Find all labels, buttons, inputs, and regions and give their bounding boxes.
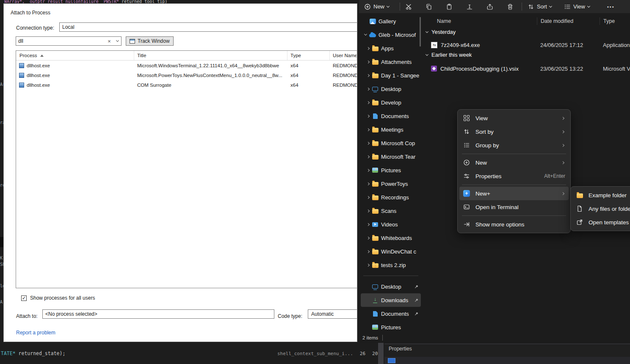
column-header-user-name[interactable]: User Name — [330, 51, 357, 60]
folder-icon — [372, 74, 379, 78]
show-all-users-checkbox[interactable] — [21, 295, 27, 301]
menu-item-properties[interactable]: Properties Alt+Enter — [459, 169, 569, 183]
sort-icon — [463, 128, 470, 135]
group-header-yesterday[interactable]: Yesterday — [426, 29, 456, 35]
submenu-item-open-templates[interactable]: Open templates — [572, 215, 630, 229]
file-row[interactable]: 7z2409-x64.exe 24/06/2025 17:12 Applicat… — [423, 39, 630, 51]
chevron-right-icon[interactable] — [365, 251, 371, 253]
document-icon — [373, 311, 378, 317]
file-row[interactable]: ChildProcessDebugging (1).vsix 23/06/202… — [423, 63, 630, 74]
table-row[interactable]: dllhost.exe Microsoft.WindowsTerminal_1.… — [16, 61, 357, 70]
code-type-combobox[interactable]: Automatic — [308, 309, 357, 319]
video-icon — [372, 222, 378, 227]
sidebar-item-recordings[interactable]: Recordings — [361, 190, 421, 204]
sidebar-item-onedrive[interactable]: Gleb - Microsof — [361, 28, 421, 41]
sidebar-item-develop[interactable]: Develop — [361, 96, 421, 109]
menu-item-group-by[interactable]: Group by — [459, 138, 569, 152]
group-header-earlier-this-week[interactable]: Earlier this week — [426, 52, 472, 58]
chevron-right-icon[interactable] — [365, 156, 371, 158]
sidebar-item-scans[interactable]: Scans — [361, 204, 421, 218]
chevron-right-icon[interactable] — [365, 47, 371, 50]
view-button[interactable]: View — [561, 1, 592, 12]
sort-button[interactable]: Sort — [525, 1, 554, 12]
sidebar-item-microsoft-copilot[interactable]: Microsoft Cop — [361, 136, 421, 150]
process-filter-input[interactable]: dll — [16, 36, 122, 46]
column-header-name[interactable]: Name — [423, 18, 537, 24]
filter-value: dll — [16, 38, 105, 44]
sidebar-item-label: WinDevChat c — [381, 248, 419, 255]
chevron-right-icon[interactable] — [365, 115, 371, 117]
submenu-item-example-folder[interactable]: Example folder — [572, 188, 630, 202]
process-icon — [19, 83, 24, 88]
sidebar-item-tests-zip[interactable]: tests 2.zip — [361, 258, 421, 272]
column-header-type[interactable]: Type — [287, 51, 330, 60]
sidebar-item-gallery[interactable]: Gallery — [361, 14, 421, 28]
chevron-right-icon[interactable] — [365, 61, 371, 63]
sidebar-item-videos[interactable]: Videos — [361, 218, 421, 231]
chevron-down-icon[interactable] — [362, 34, 368, 35]
table-row[interactable]: dllhost.exe COM Surrogate x64 REDMOND — [16, 80, 357, 90]
column-header-date-modified[interactable]: Date modified — [537, 17, 600, 25]
chevron-right-icon[interactable] — [365, 196, 371, 199]
track-window-button[interactable]: Track Window — [126, 36, 174, 46]
column-header-title[interactable]: Title — [134, 51, 287, 60]
column-header-process[interactable]: Process — [16, 51, 134, 60]
sidebar-item-pinned-pictures[interactable]: Pictures — [361, 320, 421, 334]
sidebar-item-attachments[interactable]: Attachments — [361, 55, 421, 69]
group-label: Earlier this week — [431, 52, 472, 58]
chevron-right-icon[interactable] — [365, 142, 371, 144]
chevron-right-icon[interactable] — [365, 169, 371, 171]
sidebar-item-pinned-desktop[interactable]: Desktop — [361, 280, 421, 293]
connection-type-combobox[interactable]: Local — [59, 22, 357, 32]
chevron-right-icon[interactable] — [365, 237, 371, 239]
sidebar-item-pinned-documents[interactable]: Documents — [361, 307, 421, 320]
chevron-right-icon[interactable] — [365, 74, 371, 77]
chevron-right-icon[interactable] — [365, 102, 371, 104]
chevron-right-icon[interactable] — [365, 183, 371, 185]
table-row[interactable]: dllhost.exe Microsoft.PowerToys.NewPlusC… — [16, 70, 357, 80]
menu-item-view[interactable]: View — [459, 111, 569, 125]
see-more-button[interactable]: ••• — [605, 1, 617, 12]
sidebar-item-desktop[interactable]: Desktop — [361, 82, 421, 96]
sidebar-item-pictures[interactable]: Pictures — [361, 163, 421, 177]
editor-scrollbar[interactable] — [378, 343, 384, 364]
chevron-right-icon[interactable] — [365, 88, 371, 90]
delete-button[interactable] — [504, 1, 517, 12]
sidebar-item-pinned-downloads[interactable]: Downloads — [361, 293, 421, 307]
sidebar-item-whiteboards[interactable]: Whiteboards — [361, 231, 421, 245]
rename-button[interactable] — [463, 1, 476, 12]
menu-item-newplus[interactable]: New+ — [459, 187, 569, 200]
filter-dropdown-button[interactable] — [113, 41, 121, 41]
sidebar-item-day1[interactable]: Day 1 - Sangee — [361, 69, 421, 82]
sidebar-scrollbar[interactable] — [420, 17, 421, 47]
sidebar-item-microsoft-teams[interactable]: Microsoft Tear — [361, 150, 421, 163]
sidebar-item-documents[interactable]: Documents — [361, 109, 421, 123]
attach-to-field[interactable]: <No process selected> — [42, 309, 274, 319]
new-button[interactable]: New — [362, 1, 392, 12]
share-button[interactable] — [484, 1, 496, 12]
menu-item-show-more-options[interactable]: Show more options — [459, 218, 569, 231]
chevron-right-icon[interactable] — [365, 223, 371, 226]
sidebar-item-powertoys[interactable]: PowerToys — [361, 177, 421, 190]
chevron-right-icon[interactable] — [365, 129, 371, 131]
folder-icon — [372, 155, 379, 160]
submenu-item-any-files[interactable]: Any files or folde — [572, 202, 630, 215]
new-circle-plus-icon — [463, 159, 470, 166]
copy-button[interactable] — [423, 1, 435, 12]
sidebar-item-apps[interactable]: Apps — [361, 41, 421, 55]
chevron-right-icon[interactable] — [365, 210, 371, 212]
paste-button[interactable] — [443, 1, 456, 12]
column-header-type[interactable]: Type — [600, 17, 630, 25]
sidebar-item-meetings[interactable]: Meetings — [361, 123, 421, 136]
menu-item-new[interactable]: New — [459, 156, 569, 169]
explorer-status-bar: 2 items — [359, 333, 630, 343]
sidebar-item-windevchat[interactable]: WinDevChat c — [361, 245, 421, 258]
chevron-right-icon[interactable] — [365, 264, 371, 266]
zip-icon — [372, 263, 379, 268]
menu-item-sort-by[interactable]: Sort by — [459, 125, 569, 138]
menu-item-open-in-terminal[interactable]: Open in Terminal — [459, 200, 569, 214]
report-a-problem-link[interactable]: Report a problem — [16, 330, 55, 336]
cut-button[interactable] — [402, 1, 415, 12]
terminal-icon — [463, 204, 470, 210]
clear-filter-icon[interactable] — [105, 38, 113, 44]
